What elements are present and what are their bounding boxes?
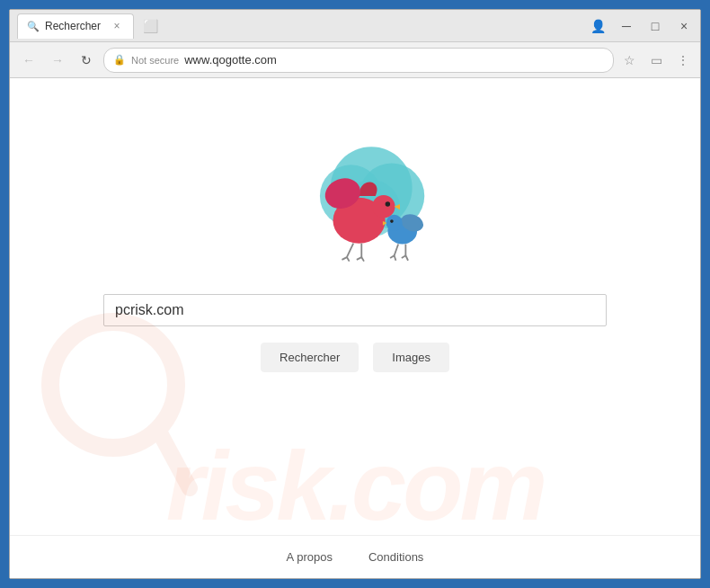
page-footer: A propos Conditions — [10, 535, 700, 578]
logo-area — [265, 132, 445, 276]
svg-line-1 — [158, 430, 190, 488]
images-button[interactable]: Images — [373, 343, 449, 372]
address-bar: ← → ↻ 🔒 Not secure www.qogotte.com ☆ ▭ ⋮ — [10, 42, 700, 78]
tab-label: Rechercher — [45, 20, 101, 32]
birds-illustration — [265, 132, 445, 276]
maximize-button[interactable]: □ — [646, 17, 664, 35]
account-icon[interactable]: 👤 — [589, 17, 607, 35]
watermark-text: risk.com — [166, 428, 544, 542]
title-bar: 🔍 Rechercher × ⬜ 👤 ─ □ × — [10, 10, 700, 42]
forward-button[interactable]: → — [46, 49, 69, 72]
svg-line-19 — [361, 257, 364, 262]
new-tab-button[interactable]: ⬜ — [138, 13, 163, 39]
svg-point-24 — [390, 219, 394, 223]
bookmark-icon[interactable]: ☆ — [619, 50, 639, 70]
svg-line-28 — [395, 255, 396, 260]
address-input[interactable]: 🔒 Not secure www.qogotte.com — [103, 48, 614, 73]
reload-button[interactable]: ↻ — [75, 49, 98, 72]
back-button[interactable]: ← — [17, 49, 40, 72]
minimize-button[interactable]: ─ — [617, 17, 635, 35]
url-text: www.qogotte.com — [184, 53, 604, 67]
svg-line-14 — [347, 244, 353, 257]
cast-icon[interactable]: ▭ — [646, 50, 666, 70]
page-content: risk.com — [10, 78, 700, 578]
search-button[interactable]: Rechercher — [261, 343, 359, 372]
security-label: Not secure — [131, 55, 179, 66]
about-link[interactable]: A propos — [287, 550, 333, 564]
menu-icon[interactable]: ⋮ — [673, 50, 693, 70]
svg-point-22 — [386, 215, 403, 231]
browser-window: 🔍 Rechercher × ⬜ 👤 ─ □ × ← → ↻ 🔒 Not sec… — [9, 9, 701, 579]
svg-point-13 — [386, 201, 390, 206]
tab-search-icon: 🔍 — [27, 21, 40, 32]
search-buttons: Rechercher Images — [261, 343, 449, 372]
svg-line-16 — [342, 257, 346, 260]
conditions-link[interactable]: Conditions — [368, 550, 423, 564]
window-controls: 👤 ─ □ × — [589, 17, 693, 35]
svg-line-25 — [395, 245, 399, 256]
svg-line-18 — [357, 257, 361, 260]
close-button[interactable]: × — [675, 17, 693, 35]
search-input[interactable] — [103, 294, 607, 326]
browser-tab[interactable]: 🔍 Rechercher × — [17, 13, 134, 39]
search-section: Rechercher Images — [10, 294, 700, 372]
address-bar-icons: ☆ ▭ ⋮ — [619, 50, 693, 70]
lock-icon: 🔒 — [113, 54, 126, 66]
svg-line-17 — [347, 257, 350, 262]
svg-line-30 — [405, 255, 408, 260]
svg-point-11 — [372, 195, 395, 218]
tab-close-button[interactable]: × — [110, 19, 124, 33]
